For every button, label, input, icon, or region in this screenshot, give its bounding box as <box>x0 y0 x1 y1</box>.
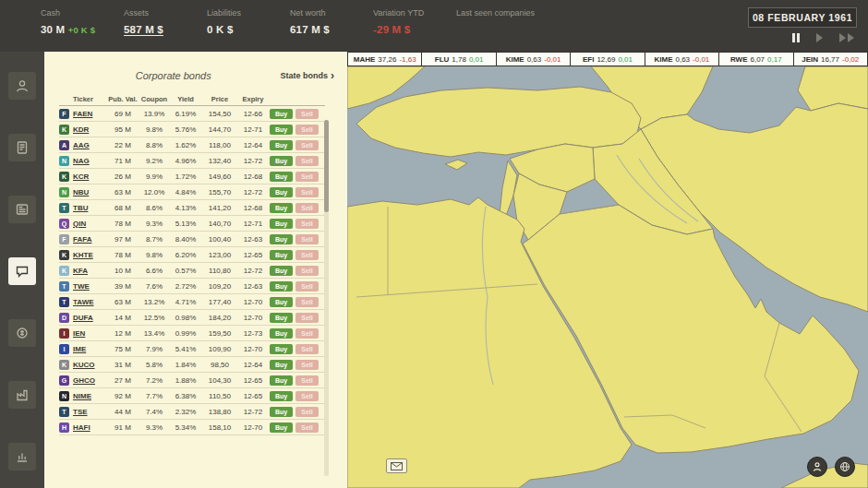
buy-button[interactable]: Buy <box>270 407 293 417</box>
sidebar-item-finance[interactable] <box>8 319 36 347</box>
buy-button[interactable]: Buy <box>270 297 293 307</box>
globe-button[interactable] <box>835 457 855 477</box>
sell-button[interactable]: Sell <box>295 172 319 182</box>
ticker-link[interactable]: NIME <box>73 392 107 400</box>
stock-quote[interactable]: JEIN 16,77 -0,02 <box>793 52 868 66</box>
buy-button[interactable]: Buy <box>270 203 293 213</box>
sell-button[interactable]: Sell <box>295 297 319 307</box>
assets-value[interactable]: 587 M $ <box>124 24 207 35</box>
mail-button[interactable] <box>386 458 407 473</box>
ticker-link[interactable]: KHTE <box>73 251 107 259</box>
sell-button[interactable]: Sell <box>295 266 319 276</box>
ticker-link[interactable]: NBU <box>73 188 107 196</box>
sell-button[interactable]: Sell <box>295 140 319 150</box>
buy-button[interactable]: Buy <box>270 187 293 197</box>
state-bonds-button[interactable]: State bonds › <box>280 71 334 80</box>
ticker-link[interactable]: QIN <box>73 220 107 228</box>
sell-button[interactable]: Sell <box>295 391 319 401</box>
stat-assets: Assets 587 M $ <box>124 8 207 52</box>
ticker-link[interactable]: TBU <box>73 204 107 212</box>
ticker-link[interactable]: TWE <box>73 282 107 291</box>
ticker-link[interactable]: AAG <box>73 141 107 149</box>
sell-button[interactable]: Sell <box>295 156 319 166</box>
ticker-link[interactable]: DUFA <box>73 314 107 322</box>
ticker-icon: D <box>59 313 69 323</box>
middle-east-map[interactable] <box>347 66 868 488</box>
stock-quote[interactable]: EFI 12,69 0,01 <box>570 52 645 66</box>
buy-button[interactable]: Buy <box>270 172 293 182</box>
buy-button[interactable]: Buy <box>270 423 293 433</box>
buy-button[interactable]: Buy <box>270 266 293 276</box>
stock-quote[interactable]: FLU 1,78 0,01 <box>421 52 496 66</box>
sell-button[interactable]: Sell <box>295 219 319 229</box>
stock-quote[interactable]: KIME 0,63 -0,01 <box>645 52 719 66</box>
column-header-expiry: Expiry <box>238 95 268 103</box>
coupon-cell: 9.8% <box>139 251 170 259</box>
sidebar-item-industry[interactable] <box>8 381 36 409</box>
sell-button[interactable]: Sell <box>295 234 319 244</box>
sell-button[interactable]: Sell <box>295 360 319 370</box>
ticker-link[interactable]: FAFA <box>73 235 107 244</box>
buy-button[interactable]: Buy <box>270 140 293 150</box>
fast-forward-button[interactable] <box>838 32 855 43</box>
yield-cell: 0.98% <box>170 314 201 322</box>
buy-button[interactable]: Buy <box>270 328 293 339</box>
bar-chart-icon <box>15 449 30 464</box>
buy-button[interactable]: Buy <box>270 391 293 401</box>
ticker-link[interactable]: GHCO <box>73 376 107 385</box>
ticker-link[interactable]: NAG <box>73 157 107 165</box>
buy-button[interactable]: Buy <box>270 313 293 323</box>
bonds-scrollbar[interactable] <box>324 120 329 476</box>
ticker-link[interactable]: FAEN <box>73 110 107 118</box>
ticker-link[interactable]: KCR <box>73 173 107 181</box>
ticker-link[interactable]: HAFI <box>73 423 107 432</box>
sidebar-item-profile[interactable] <box>8 72 36 100</box>
sell-button[interactable]: Sell <box>295 313 319 323</box>
buy-button[interactable]: Buy <box>270 234 293 244</box>
stock-quote[interactable]: MAHE 37,26 -1,63 <box>347 52 422 66</box>
sell-button[interactable]: Sell <box>295 423 319 433</box>
buy-button[interactable]: Buy <box>270 109 293 119</box>
sidebar-item-markets[interactable] <box>8 443 36 470</box>
buy-button[interactable]: Buy <box>270 250 293 260</box>
buy-button[interactable]: Buy <box>270 156 293 166</box>
pause-button[interactable] <box>791 32 801 43</box>
sell-button[interactable]: Sell <box>295 407 319 417</box>
sell-button[interactable]: Sell <box>295 328 319 339</box>
ticker-link[interactable]: KFA <box>73 267 107 275</box>
sell-button[interactable]: Sell <box>295 344 319 354</box>
stock-quote[interactable]: RWE 6,07 0,17 <box>718 52 793 66</box>
sell-button[interactable]: Sell <box>295 250 319 260</box>
price-cell: 98,50 <box>201 361 238 369</box>
sell-button[interactable]: Sell <box>295 187 319 197</box>
sidebar-item-documents[interactable] <box>8 134 36 161</box>
buy-button[interactable]: Buy <box>270 125 293 135</box>
play-button[interactable] <box>815 32 824 43</box>
fast-forward-icon <box>839 33 846 42</box>
ticker-icon: K <box>59 125 69 135</box>
buy-button[interactable]: Buy <box>270 375 293 386</box>
ticker-link[interactable]: TAWE <box>73 298 107 306</box>
sell-button[interactable]: Sell <box>295 203 319 213</box>
ticker-link[interactable]: KDR <box>73 125 107 134</box>
map-viewport[interactable] <box>347 66 868 488</box>
sidebar-item-news[interactable] <box>8 196 36 223</box>
ticker-link[interactable]: KUCO <box>73 361 107 369</box>
ticker-icon: F <box>59 234 69 244</box>
sell-button[interactable]: Sell <box>295 109 319 119</box>
ticker-link[interactable]: IME <box>73 345 107 353</box>
sidebar-item-messages[interactable] <box>8 257 36 285</box>
buy-button[interactable]: Buy <box>270 281 293 292</box>
sell-button[interactable]: Sell <box>295 281 319 292</box>
stock-quote[interactable]: KIME 0,63 -0,01 <box>496 52 571 66</box>
buy-button[interactable]: Buy <box>270 344 293 354</box>
price-cell: 100,40 <box>201 235 238 244</box>
buy-button[interactable]: Buy <box>270 219 293 229</box>
advisor-button[interactable] <box>807 457 827 477</box>
buy-button[interactable]: Buy <box>270 360 293 370</box>
ticker-link[interactable]: IEN <box>73 329 107 338</box>
sell-button[interactable]: Sell <box>295 125 319 135</box>
ticker-link[interactable]: TSE <box>73 408 107 416</box>
sell-button[interactable]: Sell <box>295 375 319 386</box>
scrollbar-thumb[interactable] <box>324 120 329 212</box>
